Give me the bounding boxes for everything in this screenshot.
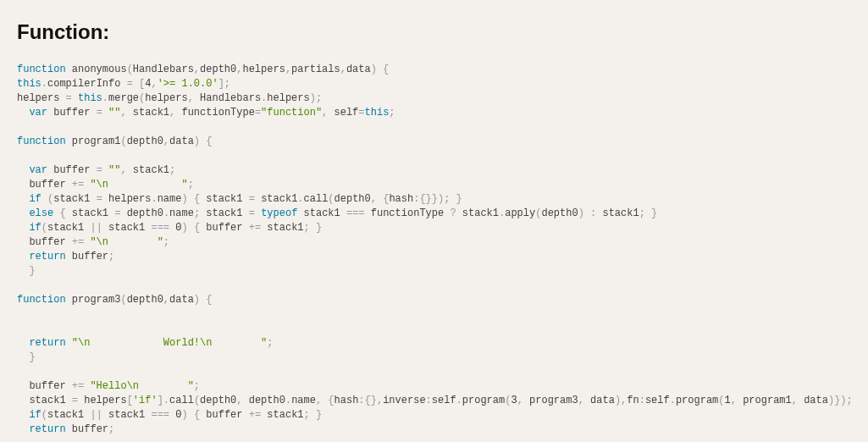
code-token-id: stack1 xyxy=(602,207,639,219)
code-token-kw: return xyxy=(29,251,65,262)
code-token-id: stack1 xyxy=(53,193,96,205)
code-token-id: hash xyxy=(389,193,413,205)
code-token-str: "Hello\n " xyxy=(90,380,193,392)
code-token-op: . xyxy=(151,193,157,205)
code-token-kw: if xyxy=(29,193,41,205)
code-token-id: depth0 xyxy=(127,207,163,219)
code-token-op: , xyxy=(151,78,157,90)
code-token-op: === xyxy=(346,207,371,219)
code-token-op: ( xyxy=(194,395,200,406)
code-token-op: ; xyxy=(389,107,395,119)
code-token-id: apply xyxy=(505,207,535,219)
code-token-id: depth0 xyxy=(127,135,163,147)
code-token-id xyxy=(17,222,29,234)
code-token-op: || xyxy=(90,409,108,421)
code-token-id: depth0 xyxy=(541,207,578,219)
code-token-id: program1 xyxy=(743,395,792,406)
code-token-str: '>= 1.0.0' xyxy=(158,78,218,90)
code-token-id: helpers xyxy=(145,92,187,104)
code-token-op: = xyxy=(255,107,261,119)
code-token-op: )}); xyxy=(828,395,853,406)
code-token-id xyxy=(17,351,29,363)
code-token-kw: else xyxy=(29,207,53,219)
code-token-id: helpers xyxy=(108,193,151,205)
code-token-op: ) : xyxy=(578,207,603,219)
code-token-op: : xyxy=(426,395,432,406)
code-token-id: helpers xyxy=(84,395,126,406)
code-token-op: : xyxy=(639,395,645,406)
code-token-kw: function xyxy=(17,294,66,306)
code-token-op: = xyxy=(97,164,108,176)
code-token-id: functionType xyxy=(371,207,451,219)
code-token-op: ; xyxy=(108,423,114,435)
code-token-op: ( xyxy=(120,135,126,147)
code-token-op: ( xyxy=(328,193,334,205)
code-token-id: fn xyxy=(627,395,639,406)
code-token-op: += xyxy=(72,380,91,392)
code-token-op: } xyxy=(29,351,35,363)
document-page: Function: function anonymous(Handlebars,… xyxy=(0,0,868,442)
code-token-kw: function xyxy=(17,64,66,75)
code-token-op: :{}}); } xyxy=(413,193,462,205)
code-token-op: ) { xyxy=(181,409,206,421)
code-token-op: . xyxy=(163,207,169,219)
code-token-id: buffer xyxy=(206,409,248,421)
code-token-id: stack1 xyxy=(206,207,248,219)
code-token-op: ( xyxy=(120,294,126,306)
code-token-id: program xyxy=(676,395,718,406)
code-token-op: = xyxy=(66,92,78,104)
code-block: function anonymous(Handlebars,depth0,hel… xyxy=(17,63,851,442)
code-token-op: ( xyxy=(41,222,47,234)
code-token-op: === xyxy=(151,222,175,234)
code-token-op: = [ xyxy=(127,78,146,90)
code-token-op: . xyxy=(670,395,676,406)
code-token-op: ]. xyxy=(158,395,169,406)
code-token-kw: return xyxy=(29,423,65,435)
code-token-id xyxy=(17,164,29,176)
code-token-str: 'if' xyxy=(133,395,158,406)
code-token-op: ; } xyxy=(639,207,658,219)
code-token-id: stack1 xyxy=(17,395,72,406)
code-token-id: self xyxy=(334,107,359,119)
code-token-id: stack1 xyxy=(206,193,248,205)
code-token-id: stack1 xyxy=(267,222,303,234)
code-token-id: name xyxy=(169,207,194,219)
code-token-id: stack1 xyxy=(72,207,114,219)
code-token-op: , xyxy=(120,107,132,119)
code-token-id: name xyxy=(158,193,182,205)
code-token-num: 3 xyxy=(511,395,517,406)
code-token-id: compilerInfo xyxy=(47,78,127,90)
code-token-id: stack1 xyxy=(133,164,169,176)
code-token-op: . xyxy=(102,92,108,104)
code-token-id: depth0 xyxy=(200,64,236,75)
code-token-id: buffer xyxy=(17,179,72,191)
code-token-id: buffer xyxy=(47,164,97,176)
code-token-id xyxy=(17,207,29,219)
code-token-op: = xyxy=(249,207,261,219)
code-token-op: } xyxy=(29,265,35,277)
code-token-op: , xyxy=(120,164,132,176)
code-token-id: program xyxy=(462,395,505,406)
code-token-op: = xyxy=(72,395,84,406)
code-token-id: helpers xyxy=(17,92,66,104)
code-token-num: 1 xyxy=(725,395,731,406)
code-token-id: buffer xyxy=(206,222,248,234)
code-token-id: depth0 xyxy=(200,395,236,406)
code-token-op: ; xyxy=(194,380,200,392)
code-token-id: merge xyxy=(108,92,139,104)
code-token-str: "" xyxy=(108,164,120,176)
code-token-op: , xyxy=(578,395,590,406)
code-token-id: depth0 xyxy=(249,395,285,406)
code-token-op: ; xyxy=(163,236,169,248)
code-token-op: , xyxy=(322,107,334,119)
code-token-id: stack1 xyxy=(108,222,151,234)
code-token-str: "\n " xyxy=(90,236,163,248)
code-token-op: ; xyxy=(169,164,175,176)
code-token-op: , { xyxy=(371,193,390,205)
code-token-kw: this xyxy=(78,92,102,104)
code-token-str: "function" xyxy=(261,107,322,119)
code-token-id: stack1 xyxy=(267,409,303,421)
code-token-op: ; } xyxy=(304,409,323,421)
code-token-id: self xyxy=(645,395,670,406)
code-token-op: , xyxy=(285,64,291,75)
